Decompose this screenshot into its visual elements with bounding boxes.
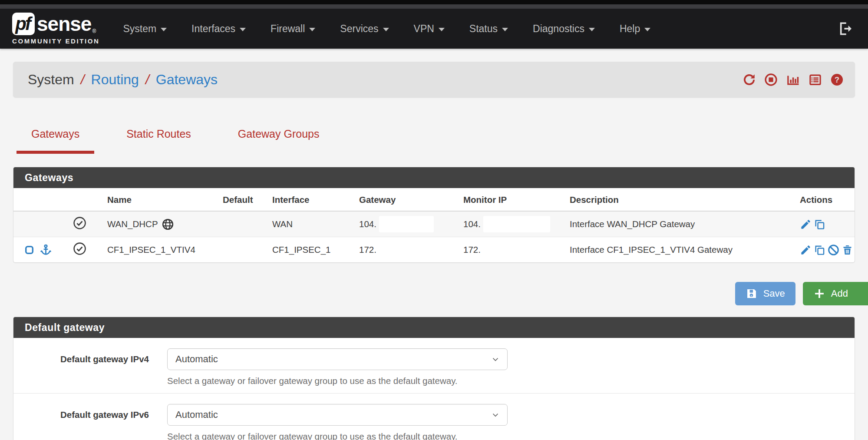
menu-vpn[interactable]: VPN (414, 23, 445, 35)
redacted-value (483, 216, 550, 232)
gateway-description: Interface CF1_IPSEC_1_VTIV4 Gateway (566, 237, 796, 263)
col-flags (13, 188, 62, 211)
pfsense-logo[interactable]: pf sense ® COMMUNITY EDITION (12, 13, 99, 45)
pfsense-logo-subtitle: COMMUNITY EDITION (12, 37, 99, 45)
pfsense-logo-sense: sense (37, 13, 91, 35)
col-gateway: Gateway (356, 188, 460, 211)
form-row-ipv6: Default gateway IPv6 Automatic Select a … (13, 393, 855, 440)
redacted-value (379, 216, 434, 232)
gateway-name: CF1_IPSEC_1_VTIV4 (107, 245, 195, 255)
menu-services[interactable]: Services (340, 23, 389, 35)
caret-down-icon (502, 28, 508, 31)
copy-icon[interactable] (814, 218, 825, 230)
gateway-default (219, 237, 269, 263)
default-gateway-panel: Default gateway Default gateway IPv4 Aut… (13, 317, 855, 440)
gateway-address: 172. (359, 245, 376, 255)
breadcrumb-system: System (28, 72, 74, 88)
gateways-panel: Gateways Name Default Interface Gateway … (13, 167, 855, 263)
help-icon[interactable]: ? (830, 73, 844, 86)
breadcrumb-gateways-link[interactable]: Gateways (156, 72, 218, 88)
add-button[interactable]: Add (803, 282, 868, 305)
col-description: Description (566, 188, 796, 211)
log-icon[interactable] (809, 73, 822, 86)
tab-static-routes[interactable]: Static Routes (112, 125, 206, 154)
edit-icon[interactable] (800, 244, 812, 256)
interface-flag-icon (24, 245, 35, 255)
breadcrumb-separator: / (145, 72, 149, 88)
gateway-online-icon (73, 242, 86, 255)
gateway-default (219, 211, 269, 237)
delete-icon[interactable] (842, 244, 853, 256)
page-action-icons: ? (743, 73, 844, 86)
save-button[interactable]: Save (735, 282, 795, 305)
gateway-description: Interface WAN_DHCP Gateway (566, 211, 796, 237)
breadcrumb-bar: System / Routing / Gateways ? (13, 62, 855, 97)
menu-status[interactable]: Status (469, 23, 508, 35)
edit-icon[interactable] (800, 218, 812, 230)
help-text: Select a gateway or failover gateway gro… (167, 376, 508, 386)
default-gateway-ipv6-select[interactable]: Automatic (167, 404, 508, 426)
caret-down-icon (240, 28, 246, 31)
copy-icon[interactable] (814, 244, 825, 256)
main-menu: System Interfaces Firewall Services VPN … (123, 23, 830, 35)
breadcrumb-routing-link[interactable]: Routing (91, 72, 139, 88)
default-gateway-ipv4-select[interactable]: Automatic (167, 348, 508, 370)
menu-interfaces[interactable]: Interfaces (191, 23, 246, 35)
caret-down-icon (589, 28, 595, 31)
table-header-row: Name Default Interface Gateway Monitor I… (13, 188, 855, 211)
caret-down-icon (439, 28, 445, 31)
menu-help[interactable]: Help (620, 23, 650, 35)
selected-value: Automatic (175, 409, 218, 420)
menu-diagnostics[interactable]: Diagnostics (533, 23, 595, 35)
stop-icon[interactable] (764, 73, 778, 86)
sign-out-icon[interactable] (838, 21, 853, 36)
form-row-ipv4: Default gateway IPv4 Automatic Select a … (13, 338, 855, 393)
monitor-graphs-icon[interactable] (786, 73, 800, 86)
caret-down-icon (309, 28, 315, 31)
chevron-down-icon (491, 410, 500, 420)
anchor-icon (40, 244, 52, 256)
chevron-down-icon (491, 354, 500, 364)
window-title-strip (0, 4, 868, 9)
svg-text:?: ? (835, 75, 839, 84)
table-actions-bar: Save Add (13, 282, 855, 305)
breadcrumb-separator: / (81, 72, 85, 88)
globe-icon (162, 218, 174, 230)
pfsense-logo-pf: pf (12, 13, 35, 35)
breadcrumb: System / Routing / Gateways (28, 72, 218, 88)
col-status (62, 188, 97, 211)
gateway-online-icon (73, 216, 86, 230)
help-text: Select a gateway or failover gateway gro… (167, 431, 508, 440)
default-gateway-panel-title: Default gateway (13, 317, 855, 338)
refresh-icon[interactable] (743, 73, 756, 86)
table-row: WAN_DHCP WAN 104. 104. Interface WAN_DHC… (13, 211, 855, 237)
redacted-value (483, 242, 550, 258)
tab-gateway-groups[interactable]: Gateway Groups (223, 125, 334, 154)
disable-icon[interactable] (828, 244, 839, 256)
gateway-name: WAN_DHCP (107, 219, 158, 229)
default-gateway-ipv4-label: Default gateway IPv4 (13, 348, 149, 386)
col-default: Default (219, 188, 269, 211)
caret-down-icon (383, 28, 389, 31)
caret-down-icon (161, 28, 167, 31)
menu-system[interactable]: System (123, 23, 167, 35)
navbar: pf sense ® COMMUNITY EDITION System Inte… (0, 9, 868, 49)
registered-mark: ® (92, 28, 96, 34)
table-row: CF1_IPSEC_1_VTIV4 CF1_IPSEC_1 172. 172. … (13, 237, 855, 263)
gateway-interface: WAN (269, 211, 356, 237)
caret-down-icon (644, 28, 650, 31)
gateways-panel-title: Gateways (13, 167, 855, 188)
col-actions: Actions (796, 188, 855, 211)
selected-value: Automatic (175, 354, 218, 365)
col-monitor-ip: Monitor IP (460, 188, 566, 211)
redacted-value (379, 242, 434, 258)
tab-bar: Gateways Static Routes Gateway Groups (13, 125, 855, 154)
window-top-strip (0, 0, 868, 4)
col-name: Name (97, 188, 219, 211)
gateway-address: 104. (359, 219, 376, 229)
gateway-interface: CF1_IPSEC_1 (269, 237, 356, 263)
menu-firewall[interactable]: Firewall (271, 23, 315, 35)
tab-gateways[interactable]: Gateways (17, 125, 94, 154)
gateways-table: Name Default Interface Gateway Monitor I… (13, 188, 855, 262)
monitor-ip: 104. (463, 219, 481, 229)
